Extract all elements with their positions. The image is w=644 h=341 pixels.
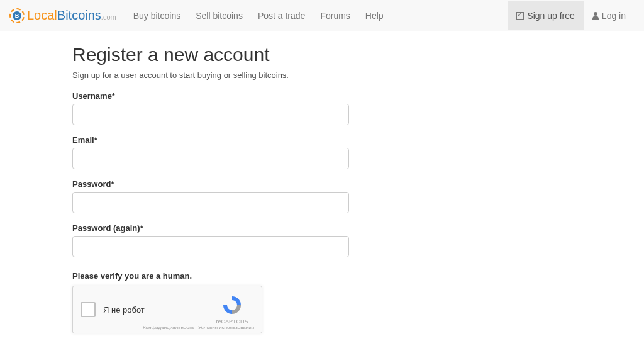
form-group-email: Email* bbox=[72, 135, 437, 169]
nav-signup-label: Sign up free bbox=[527, 11, 575, 21]
password-input[interactable] bbox=[72, 192, 349, 213]
navbar-right: Sign up free Log in bbox=[508, 1, 635, 30]
nav-login-label: Log in bbox=[602, 11, 626, 21]
content: Register a new account Sign up for a use… bbox=[9, 31, 437, 341]
recaptcha-icon bbox=[222, 295, 242, 315]
password-again-input[interactable] bbox=[72, 236, 349, 257]
brand-com: .com bbox=[101, 13, 116, 21]
captcha-label: Please verify you are a human. bbox=[72, 271, 437, 281]
page-title: Register a new account bbox=[72, 44, 437, 65]
nav-links: Buy bitcoins Sell bitcoins Post a trade … bbox=[126, 1, 391, 30]
username-label: Username* bbox=[72, 91, 437, 101]
username-input[interactable] bbox=[72, 104, 349, 125]
user-icon bbox=[592, 12, 599, 20]
nav-signup[interactable]: Sign up free bbox=[508, 1, 584, 30]
nav-forums[interactable]: Forums bbox=[313, 1, 357, 30]
brand-link[interactable]: B LocalBitcoins.com bbox=[9, 3, 126, 28]
form-group-password: Password* bbox=[72, 179, 437, 213]
bitcoin-logo-icon: B bbox=[9, 8, 25, 23]
recaptcha-widget: Я не робот reCAPTCHA Конфиденциальность … bbox=[72, 286, 262, 333]
register-form: Username* Email* Password* Password (aga… bbox=[72, 91, 437, 341]
email-input[interactable] bbox=[72, 148, 349, 169]
nav-buy[interactable]: Buy bitcoins bbox=[126, 1, 188, 30]
recaptcha-brand-text: reCAPTCHA bbox=[210, 318, 254, 325]
password-label: Password* bbox=[72, 179, 437, 189]
nav-help[interactable]: Help bbox=[358, 1, 391, 30]
brand-local: Local bbox=[27, 8, 57, 22]
email-label: Email* bbox=[72, 135, 437, 145]
navbar: B LocalBitcoins.com Buy bitcoins Sell bi… bbox=[0, 0, 644, 31]
nav-post-trade[interactable]: Post a trade bbox=[250, 1, 313, 30]
bitcoin-logo-inner: B bbox=[13, 11, 21, 20]
signup-check-icon bbox=[516, 12, 524, 20]
page-subtitle: Sign up for a user account to start buyi… bbox=[72, 70, 437, 80]
form-group-username: Username* bbox=[72, 91, 437, 125]
password-again-label: Password (again)* bbox=[72, 223, 437, 233]
form-group-password-again: Password (again)* bbox=[72, 223, 437, 257]
navbar-left: B LocalBitcoins.com Buy bitcoins Sell bi… bbox=[9, 1, 391, 30]
nav-sell[interactable]: Sell bitcoins bbox=[188, 1, 250, 30]
brand-text: LocalBitcoins.com bbox=[27, 8, 116, 23]
brand-bitcoins: Bitcoins bbox=[57, 8, 101, 22]
container: Register a new account Sign up for a use… bbox=[0, 31, 644, 341]
recaptcha-text: Я не робот bbox=[103, 305, 210, 315]
recaptcha-checkbox[interactable] bbox=[80, 302, 96, 317]
recaptcha-logo: reCAPTCHA bbox=[210, 295, 254, 325]
recaptcha-footer: Конфиденциальность - Условия использован… bbox=[143, 325, 254, 330]
nav-login[interactable]: Log in bbox=[584, 1, 635, 30]
